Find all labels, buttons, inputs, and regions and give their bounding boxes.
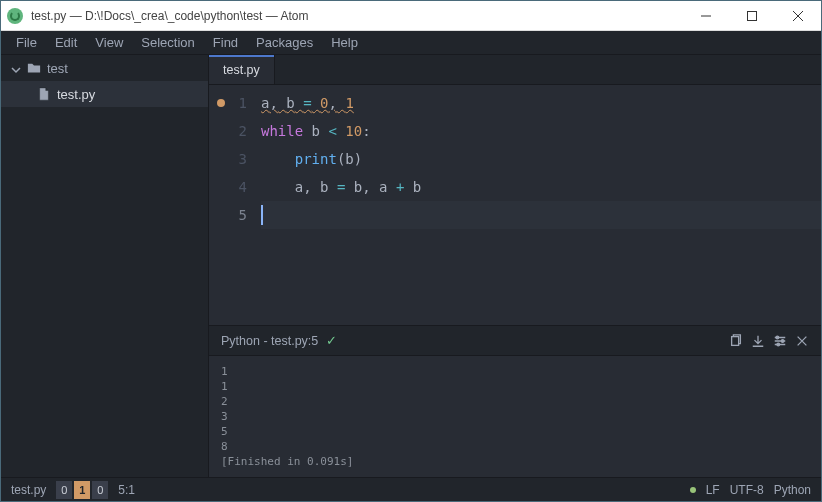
menu-edit[interactable]: Edit: [46, 31, 86, 55]
code-editor[interactable]: 1 2 3 4 5 a, b = 0, 1 while b < 10: prin…: [209, 85, 821, 325]
copy-icon[interactable]: [729, 334, 743, 348]
output-text[interactable]: 1 1 2 3 5 8 [Finished in 0.091s]: [209, 356, 821, 477]
maximize-button[interactable]: [729, 1, 775, 30]
git-behind: 0: [56, 481, 72, 499]
menu-packages[interactable]: Packages: [247, 31, 322, 55]
status-cursor-position[interactable]: 5:1: [118, 483, 135, 497]
modified-dot-icon: [217, 99, 225, 107]
tree-root-label: test: [47, 61, 68, 76]
tree-root[interactable]: test: [1, 55, 208, 81]
atom-app-icon: [7, 8, 23, 24]
code-line[interactable]: while b < 10:: [261, 117, 821, 145]
svg-point-2: [776, 336, 779, 339]
status-encoding[interactable]: UTF-8: [730, 483, 764, 497]
line-number: 4: [209, 173, 247, 201]
menu-find[interactable]: Find: [204, 31, 247, 55]
status-grammar[interactable]: Python: [774, 483, 811, 497]
panel-header: Python - test.py:5 ✓: [209, 326, 821, 356]
download-icon[interactable]: [751, 334, 765, 348]
status-ok-icon: [690, 487, 696, 493]
chevron-down-icon: [11, 63, 21, 73]
line-number: 3: [209, 145, 247, 173]
settings-icon[interactable]: [773, 334, 787, 348]
code-line[interactable]: print(b): [261, 145, 821, 173]
status-bar: test.py 0 1 0 5:1 LF UTF-8 Python: [1, 477, 821, 501]
menu-view[interactable]: View: [86, 31, 132, 55]
menu-file[interactable]: File: [7, 31, 46, 55]
svg-rect-1: [732, 336, 739, 345]
close-panel-icon[interactable]: [795, 334, 809, 348]
file-icon: [37, 87, 51, 101]
tab-label: test.py: [223, 63, 260, 77]
code-line[interactable]: a, b = 0, 1: [261, 89, 821, 117]
status-line-ending[interactable]: LF: [706, 483, 720, 497]
git-status[interactable]: 0 1 0: [56, 481, 108, 499]
line-number: 5: [209, 201, 247, 229]
code-line[interactable]: a, b = b, a + b: [261, 173, 821, 201]
git-ahead: 0: [92, 481, 108, 499]
tree-item-testpy[interactable]: test.py: [1, 81, 208, 107]
line-number: 2: [209, 117, 247, 145]
gutter: 1 2 3 4 5: [209, 89, 261, 325]
close-button[interactable]: [775, 1, 821, 30]
menu-selection[interactable]: Selection: [132, 31, 203, 55]
folder-icon: [27, 61, 41, 75]
git-modified: 1: [74, 481, 90, 499]
svg-rect-0: [748, 11, 757, 20]
main-area: test test.py test.py 1 2 3 4 5 a, b = 0: [1, 55, 821, 477]
window-controls: [683, 1, 821, 30]
panel-title: Python - test.py:5: [221, 334, 318, 348]
editor-area: test.py 1 2 3 4 5 a, b = 0, 1 while b < …: [209, 55, 821, 477]
code-lines[interactable]: a, b = 0, 1 while b < 10: print(b) a, b …: [261, 89, 821, 325]
window-title: test.py — D:\!Docs\_crea\_code\python\te…: [31, 9, 683, 23]
tab-testpy[interactable]: test.py: [209, 55, 275, 84]
editor-tabs: test.py: [209, 55, 821, 85]
line-number: 1: [209, 89, 247, 117]
svg-point-4: [777, 343, 780, 346]
window-titlebar: test.py — D:\!Docs\_crea\_code\python\te…: [1, 1, 821, 31]
svg-point-3: [781, 339, 784, 342]
menu-bar: File Edit View Selection Find Packages H…: [1, 31, 821, 55]
script-output-panel: Python - test.py:5 ✓ 1 1 2 3 5 8 [Finish…: [209, 325, 821, 477]
minimize-button[interactable]: [683, 1, 729, 30]
status-filename[interactable]: test.py: [11, 483, 46, 497]
code-line[interactable]: [261, 201, 821, 229]
check-icon: ✓: [326, 333, 337, 348]
tree-item-label: test.py: [57, 87, 95, 102]
file-tree-panel: test test.py: [1, 55, 209, 477]
menu-help[interactable]: Help: [322, 31, 367, 55]
